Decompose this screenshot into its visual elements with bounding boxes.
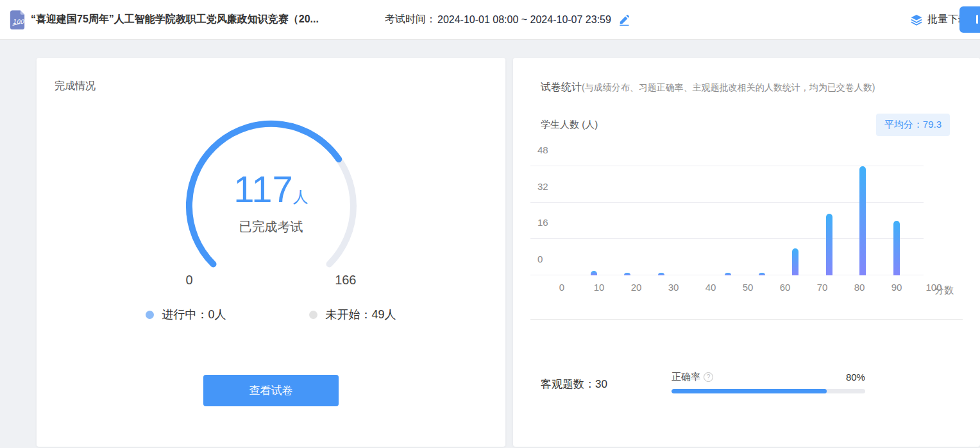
help-question-icon[interactable]: ? xyxy=(704,372,713,382)
bar-100 xyxy=(893,221,900,275)
not-started-dot-icon xyxy=(309,311,317,319)
average-score-value: 79.3 xyxy=(923,119,942,130)
top-header: 100 “喜迎建国75周年”人工智能学院教职工党风廉政知识竞赛（20... 考试… xyxy=(0,0,980,40)
not-started-label: 未开始：49人 xyxy=(325,307,396,322)
bar-30 xyxy=(658,273,664,275)
x-tick-label-90: 90 xyxy=(878,282,915,293)
x-tick-label-0: 0 xyxy=(543,282,580,293)
edit-exam-time-icon[interactable] xyxy=(618,13,630,26)
bar-60 xyxy=(759,273,765,275)
x-tick-label-60: 60 xyxy=(766,282,804,293)
chart-header: 学生人数 (人) 平均分：79.3 xyxy=(541,114,950,136)
in-progress-label: 进行中：0人 xyxy=(162,307,226,322)
cutoff-primary-button[interactable] xyxy=(959,6,980,33)
average-score-badge: 平均分：79.3 xyxy=(876,114,950,136)
objective-question-count: 客观题数：30 xyxy=(541,371,607,392)
legend-item-in-progress: 进行中：0人 xyxy=(146,307,226,322)
completion-card: 完成情况 117人 已完成考试 0 166 进行中：0人 未开始：49人 xyxy=(37,58,505,447)
exam-time: 考试时间： 2024-10-01 08:00 ~ 2024-10-07 23:5… xyxy=(385,13,630,26)
x-tick-label-70: 70 xyxy=(804,282,841,293)
bar-slot-60 xyxy=(745,166,779,275)
completion-legend: 进行中：0人 未开始：49人 xyxy=(55,307,487,322)
bar-80 xyxy=(826,214,832,275)
cutoff-button-glyph xyxy=(976,15,978,24)
x-tick-label-50: 50 xyxy=(729,282,766,293)
bar-slot-90 xyxy=(846,166,879,275)
accuracy-label-wrap: 正确率 ? xyxy=(672,371,713,383)
bar-70 xyxy=(792,248,798,276)
exam-time-label: 考试时间： xyxy=(385,13,436,26)
completion-card-title: 完成情况 xyxy=(55,80,487,93)
bar-20 xyxy=(624,273,630,275)
in-progress-dot-icon xyxy=(146,311,154,319)
x-tick-label-80: 80 xyxy=(841,282,878,293)
bar-slot-100 xyxy=(880,166,913,275)
accuracy-value: 80% xyxy=(846,372,865,383)
exam-title: “喜迎建国75周年”人工智能学院教职工党风廉政知识竞赛（20... xyxy=(31,13,385,26)
layers-icon xyxy=(910,13,923,26)
bar-90 xyxy=(859,166,866,275)
gauge-max-label: 166 xyxy=(335,273,356,288)
bar-slot-40 xyxy=(678,166,711,275)
objective-question-value: 30 xyxy=(595,378,607,390)
y-tick-label-0: 0 xyxy=(537,254,543,264)
bar-slot-50 xyxy=(711,166,745,275)
bar-50 xyxy=(725,273,731,275)
bars-container xyxy=(543,166,913,275)
accuracy-progress-fill xyxy=(672,389,827,393)
exam-score-document-icon: 100 xyxy=(9,10,26,30)
bar-slot-80 xyxy=(813,166,846,275)
stats-card-subtitle: (与成绩分布、习题正确率、主观题批改相关的人数统计，均为已交卷人数) xyxy=(582,82,875,94)
x-tick-label-30: 30 xyxy=(655,282,692,293)
accuracy-header: 正确率 ? 80% xyxy=(672,371,865,383)
accuracy-label: 正确率 xyxy=(672,371,700,383)
gauge-min-label: 0 xyxy=(186,273,193,288)
legend-item-not-started: 未开始：49人 xyxy=(309,307,396,322)
gauge-arc xyxy=(175,117,368,271)
accuracy-progress-track xyxy=(672,389,865,393)
completion-gauge: 117人 已完成考试 0 166 xyxy=(175,117,368,288)
y-tick-label-48: 48 xyxy=(537,144,548,155)
accuracy-block: 正确率 ? 80% xyxy=(672,371,865,393)
bar-slot-70 xyxy=(779,166,812,275)
chart-plot-area: 0163248 xyxy=(530,166,924,275)
bar-slot-30 xyxy=(644,166,677,275)
bar-slot-20 xyxy=(611,166,644,275)
chart-x-labels: 0102030405060708090100 xyxy=(543,282,952,293)
x-axis-title: 分数 xyxy=(934,284,954,297)
objective-stats-row: 客观题数：30 正确率 ? 80% xyxy=(541,371,963,393)
bar-10 xyxy=(591,271,597,275)
x-tick-label-40: 40 xyxy=(692,282,729,293)
stats-card-title: 试卷统计 xyxy=(541,81,582,94)
bar-slot-0 xyxy=(543,166,577,275)
stats-title-row: 试卷统计 (与成绩分布、习题正确率、主观题批改相关的人数统计，均为已交卷人数) xyxy=(541,81,963,94)
stats-divider xyxy=(530,319,963,320)
gauge-min-max: 0 166 xyxy=(186,273,357,288)
paper-stats-card: 试卷统计 (与成绩分布、习题正确率、主观题批改相关的人数统计，均为已交卷人数) … xyxy=(513,58,980,447)
x-tick-label-10: 10 xyxy=(580,282,618,293)
score-distribution-chart: 0163248 0102030405060708090100 分数 xyxy=(530,166,963,293)
x-tick-label-20: 20 xyxy=(618,282,655,293)
exam-time-value: 2024-10-01 08:00 ~ 2024-10-07 23:59 xyxy=(437,14,611,26)
view-paper-button[interactable]: 查看试卷 xyxy=(203,375,339,406)
bar-slot-10 xyxy=(577,166,610,275)
y-axis-title: 学生人数 (人) xyxy=(541,119,598,131)
